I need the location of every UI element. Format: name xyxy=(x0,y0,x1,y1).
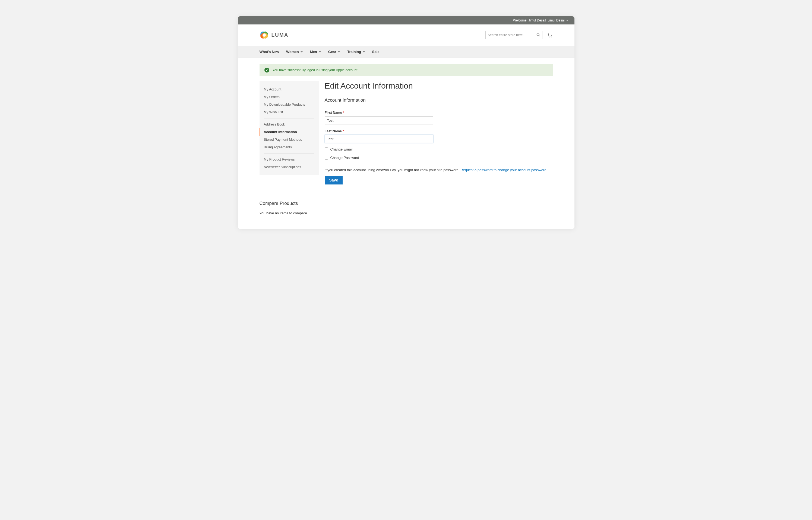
change-password-label: Change Password xyxy=(330,156,359,160)
change-password-checkbox[interactable] xyxy=(325,156,328,159)
search-wrap xyxy=(485,31,542,39)
svg-point-8 xyxy=(551,37,552,37)
page-title: Edit Account Information xyxy=(325,81,553,90)
required-indicator: * xyxy=(343,111,344,115)
chevron-down-icon xyxy=(337,51,340,53)
sidebar: My Account My Orders My Downloadable Pro… xyxy=(259,81,319,175)
sidebar-sep xyxy=(264,118,314,119)
chevron-down-icon xyxy=(566,19,568,22)
content: You have successfully loged in using you… xyxy=(238,64,575,229)
sidebar-item-downloadable[interactable]: My Downloadable Products xyxy=(259,101,319,108)
menu-gear[interactable]: Gear xyxy=(328,46,340,58)
field-last-name: Last Name * xyxy=(325,129,433,143)
sidebar-item-wishlist[interactable]: My Wish List xyxy=(259,108,319,116)
search-input[interactable] xyxy=(485,31,542,39)
last-name-label: Last Name * xyxy=(325,129,433,133)
header: LUMA xyxy=(238,24,575,46)
chevron-down-icon xyxy=(362,51,365,53)
menu-men[interactable]: Men xyxy=(310,46,321,58)
app-window: Welcome, Jimul Desai! Jimul Desai LUMA xyxy=(238,16,575,229)
logo-icon xyxy=(259,30,269,40)
success-alert: You have successfully loged in using you… xyxy=(259,64,553,76)
last-name-input[interactable] xyxy=(325,135,433,143)
columns: My Account My Orders My Downloadable Pro… xyxy=(259,81,553,184)
menu-women[interactable]: Women xyxy=(286,46,303,58)
section-title: Account Information xyxy=(325,98,433,106)
cart-icon[interactable] xyxy=(547,32,553,38)
svg-point-4 xyxy=(262,33,266,37)
first-name-label: First Name * xyxy=(325,111,433,115)
required-indicator: * xyxy=(343,129,344,133)
menu-training[interactable]: Training xyxy=(347,46,365,58)
menubar: What's New Women Men Gear Training Sale xyxy=(238,46,575,58)
change-email-checkbox[interactable] xyxy=(325,148,328,151)
save-button[interactable]: Save xyxy=(325,176,343,184)
sidebar-item-payment-methods[interactable]: Stored Payment Methods xyxy=(259,136,319,144)
field-first-name: First Name * xyxy=(325,111,433,125)
change-password-row: Change Password xyxy=(325,156,553,160)
menu-whats-new[interactable]: What's New xyxy=(259,46,279,58)
change-email-label: Change Email xyxy=(330,147,353,151)
chevron-down-icon xyxy=(318,51,321,53)
first-name-input[interactable] xyxy=(325,116,433,125)
sidebar-item-billing-agreements[interactable]: Billing Agreements xyxy=(259,144,319,151)
header-right xyxy=(485,31,553,39)
search-icon[interactable] xyxy=(536,33,540,37)
welcome-text: Welcome, Jimul Desai! xyxy=(513,19,546,22)
main: Edit Account Information Account Informa… xyxy=(325,81,553,184)
sidebar-sep xyxy=(264,153,314,154)
sidebar-item-address-book[interactable]: Address Book xyxy=(259,121,319,128)
sidebar-item-newsletter[interactable]: Newsletter Subscriptions xyxy=(259,163,319,171)
menu-sale[interactable]: Sale xyxy=(372,46,380,58)
logo[interactable]: LUMA xyxy=(259,30,288,40)
chevron-down-icon xyxy=(300,51,303,53)
user-name: Jimul Desai xyxy=(548,19,564,22)
svg-point-7 xyxy=(549,37,550,37)
compare-block: Compare Products You have no items to co… xyxy=(259,201,553,215)
logo-text: LUMA xyxy=(272,32,288,38)
compare-empty-text: You have no items to compare. xyxy=(259,211,553,215)
sidebar-item-my-account[interactable]: My Account xyxy=(259,85,319,93)
change-email-row: Change Email xyxy=(325,147,553,151)
alert-text: You have successfully loged in using you… xyxy=(273,68,358,72)
password-hint: If you created this account using Amazon… xyxy=(325,168,553,172)
sidebar-item-account-info[interactable]: Account Information xyxy=(259,128,319,136)
svg-point-5 xyxy=(537,33,539,35)
check-circle-icon xyxy=(264,68,269,73)
user-menu[interactable]: Jimul Desai xyxy=(548,19,568,22)
sidebar-item-product-reviews[interactable]: My Product Reviews xyxy=(259,156,319,163)
request-password-link[interactable]: Request a password to change your accoun… xyxy=(460,168,547,172)
compare-title: Compare Products xyxy=(259,201,553,206)
topbar: Welcome, Jimul Desai! Jimul Desai xyxy=(238,16,575,24)
svg-line-6 xyxy=(539,35,540,36)
sidebar-item-my-orders[interactable]: My Orders xyxy=(259,93,319,101)
